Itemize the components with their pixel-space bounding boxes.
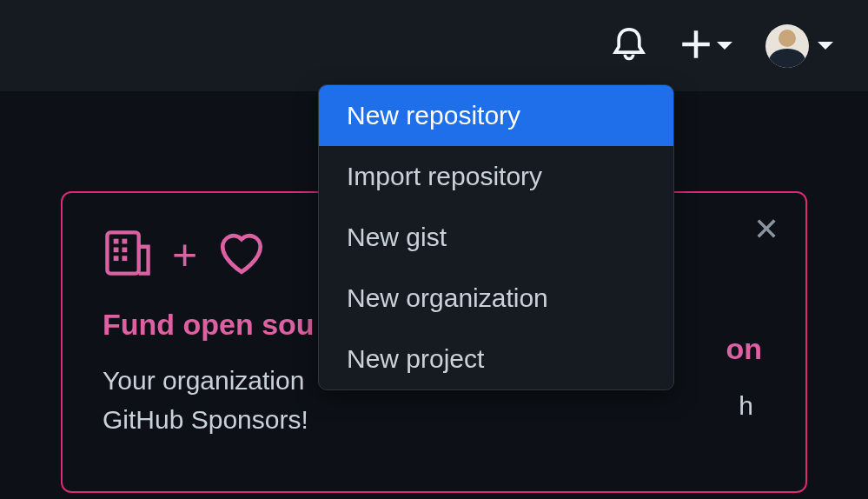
plus-glyph: + bbox=[172, 230, 197, 280]
menu-item-new-gist[interactable]: New gist bbox=[319, 207, 673, 268]
menu-item-new-organization[interactable]: New organization bbox=[319, 268, 673, 329]
promo-title-right-fragment: on bbox=[726, 332, 762, 366]
svg-rect-6 bbox=[122, 256, 127, 261]
svg-rect-2 bbox=[122, 239, 127, 244]
notifications-button[interactable] bbox=[611, 26, 647, 66]
menu-item-new-project[interactable]: New project bbox=[319, 329, 673, 389]
svg-rect-0 bbox=[107, 232, 138, 273]
avatar bbox=[765, 24, 809, 68]
create-new-dropdown: New repository Import repository New gis… bbox=[318, 84, 674, 390]
plus-icon bbox=[680, 29, 712, 63]
promo-body-line1: Your organization bbox=[103, 366, 304, 395]
menu-item-new-repository[interactable]: New repository bbox=[319, 85, 673, 146]
svg-rect-1 bbox=[114, 239, 119, 244]
menu-item-import-repository[interactable]: Import repository bbox=[319, 146, 673, 207]
svg-rect-5 bbox=[114, 256, 119, 261]
heart-icon bbox=[216, 228, 267, 282]
organization-icon bbox=[103, 228, 153, 282]
promo-body-line2: GitHub Sponsors! bbox=[103, 405, 308, 434]
create-new-menu-button[interactable] bbox=[680, 29, 732, 63]
global-header bbox=[0, 0, 868, 91]
close-icon[interactable]: ✕ bbox=[753, 214, 779, 245]
promo-body-right-fragment: h bbox=[739, 391, 753, 421]
svg-rect-3 bbox=[114, 247, 119, 252]
svg-rect-4 bbox=[122, 247, 127, 252]
user-menu-button[interactable] bbox=[765, 24, 833, 68]
caret-down-icon bbox=[717, 42, 732, 50]
caret-down-icon bbox=[818, 42, 833, 50]
bell-icon bbox=[611, 26, 647, 66]
